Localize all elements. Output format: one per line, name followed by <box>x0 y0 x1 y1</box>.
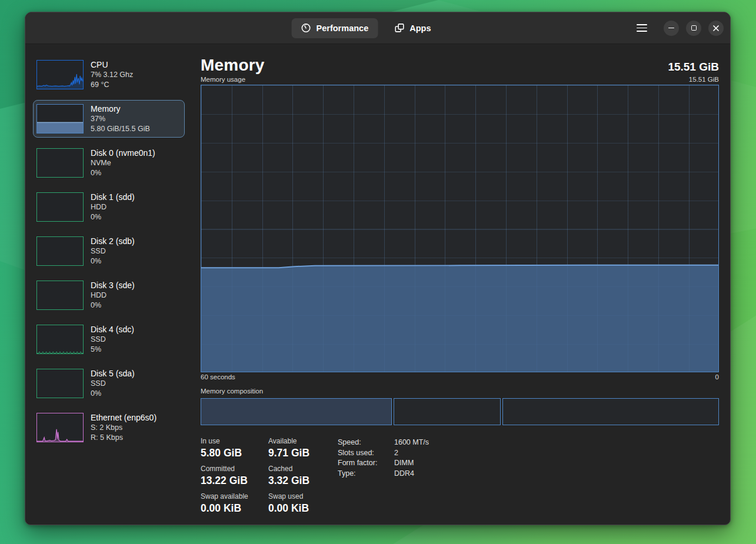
sidebar-item[interactable]: Memory 37% 5.80 GiB/15.5 GiB <box>33 100 185 138</box>
stat-value: 5.80 GiB <box>201 447 268 459</box>
sidebar-item-title: CPU <box>91 59 133 70</box>
sidebar-item-line2: SSD <box>91 379 135 389</box>
memory-usage-area <box>201 85 718 372</box>
usage-label-row: Memory usage 15.51 GiB <box>201 76 719 85</box>
view-switcher: Performance Apps <box>292 12 441 44</box>
mini-graph <box>36 281 84 310</box>
sidebar-item-line2: SSD <box>91 246 135 256</box>
apps-icon <box>394 23 404 33</box>
sidebar-item-text: CPU 7% 3.12 Ghz 69 °C <box>91 59 133 90</box>
memory-panel: Memory 15.51 GiB Memory usage 15.51 GiB … <box>201 56 719 515</box>
memory-composition-bar <box>201 398 719 425</box>
sidebar-item-line3: 0% <box>91 301 135 311</box>
sidebar-item-text: Disk 5 (sda) SSD 0% <box>91 368 135 399</box>
sidebar-item-line2: S: 2 Kbps <box>91 423 156 433</box>
sidebar-item-text: Disk 1 (sdd) HDD 0% <box>91 192 135 222</box>
mini-graph <box>36 192 84 222</box>
x-axis-left: 60 seconds <box>201 373 235 382</box>
mini-graph <box>36 413 84 442</box>
sidebar-item-line2: HDD <box>91 202 135 212</box>
sidebar-item-line2: 37% <box>91 114 150 124</box>
stat-value: 13.22 GiB <box>201 475 268 487</box>
mini-graph <box>36 236 84 266</box>
mini-graph <box>36 369 84 398</box>
titlebar[interactable]: Performance Apps <box>25 12 730 44</box>
composition-segment <box>394 398 501 425</box>
sidebar-item-text: Disk 3 (sde) HDD 0% <box>91 280 135 311</box>
sidebar-item-title: Disk 1 (sdd) <box>91 192 135 202</box>
maximize-button[interactable] <box>686 21 701 36</box>
detail-label: Slots used: <box>338 448 389 459</box>
stat-value: 0.00 KiB <box>201 502 268 515</box>
stats-grid: In use 5.80 GiB Available 9.71 GiB Commi… <box>201 437 338 515</box>
tab-apps[interactable]: Apps <box>385 18 440 38</box>
mini-graph <box>36 104 84 134</box>
sidebar-item-text: Disk 4 (sdc) SSD 5% <box>91 324 134 355</box>
sidebar-item-text: Memory 37% 5.80 GiB/15.5 GiB <box>91 104 150 134</box>
x-axis-right: 0 <box>715 373 719 382</box>
sidebar-item-line3: 0% <box>91 168 155 178</box>
sidebar-item-text: Ethernet (enp6s0) S: 2 Kbps R: 5 Kbps <box>91 412 156 443</box>
sidebar-item-line2: 7% 3.12 Ghz <box>91 70 133 80</box>
stat-label: Available <box>268 437 338 445</box>
sidebar-item-line2: SSD <box>91 335 134 345</box>
tab-label: Performance <box>317 24 369 33</box>
sidebar-item[interactable]: CPU 7% 3.12 Ghz 69 °C <box>33 56 185 94</box>
sidebar-item-title: Disk 2 (sdb) <box>91 236 135 246</box>
detail-value: DIMM <box>394 458 429 469</box>
sidebar-item-title: Disk 5 (sda) <box>91 368 135 379</box>
sidebar-item[interactable]: Ethernet (enp6s0) S: 2 Kbps R: 5 Kbps <box>33 409 185 446</box>
detail-value: 2 <box>394 448 429 459</box>
sidebar-item[interactable]: Disk 0 (nvme0n1) NVMe 0% <box>33 144 185 182</box>
stat-label: Swap available <box>201 492 268 500</box>
sidebar-item-line3: R: 5 Kbps <box>91 433 156 443</box>
sidebar-item-line3: 0% <box>91 389 135 399</box>
stat-label: Committed <box>201 465 268 473</box>
composition-segment <box>201 398 392 425</box>
maximize-icon <box>691 25 697 31</box>
sidebar-item[interactable]: Disk 1 (sdd) HDD 0% <box>33 188 185 226</box>
stat-item: Swap available 0.00 KiB <box>201 492 268 515</box>
sidebar-item-title: Disk 3 (sde) <box>91 280 135 291</box>
composition-label: Memory composition <box>201 388 719 396</box>
stat-item: Cached 3.32 GiB <box>268 465 338 487</box>
memory-usage-graph <box>201 85 719 372</box>
sidebar-item-line2: HDD <box>91 291 135 301</box>
minimize-button[interactable] <box>664 21 679 36</box>
sidebar: CPU 7% 3.12 Ghz 69 °C Memory 37% 5.80 Gi… <box>33 56 185 446</box>
stat-item: Swap used 0.00 KiB <box>268 492 338 515</box>
page-title: Memory <box>201 56 265 75</box>
sidebar-item-title: Memory <box>91 104 150 114</box>
mini-graph <box>36 325 84 354</box>
sidebar-item-title: Ethernet (enp6s0) <box>91 412 156 423</box>
sidebar-item-line3: 0% <box>91 256 135 266</box>
composition-segment <box>502 398 719 425</box>
usage-max-label: 15.51 GiB <box>689 76 719 85</box>
sidebar-item-line3: 69 °C <box>91 80 133 90</box>
detail-label: Form factor: <box>338 458 389 469</box>
gauge-icon <box>301 23 311 33</box>
stat-label: In use <box>201 437 268 445</box>
sidebar-item-title: Disk 4 (sdc) <box>91 324 134 335</box>
sidebar-item[interactable]: Disk 3 (sde) HDD 0% <box>33 276 185 314</box>
minimize-icon <box>668 28 674 29</box>
close-button[interactable] <box>708 21 724 36</box>
menu-icon[interactable] <box>637 24 647 31</box>
close-icon <box>712 25 720 32</box>
sidebar-item-text: Disk 0 (nvme0n1) NVMe 0% <box>91 148 155 178</box>
sidebar-item[interactable]: Disk 5 (sda) SSD 0% <box>33 365 185 402</box>
stat-value: 9.71 GiB <box>268 447 338 459</box>
stat-item: In use 5.80 GiB <box>201 437 268 459</box>
sidebar-item[interactable]: Disk 2 (sdb) SSD 0% <box>33 232 185 270</box>
memory-stats: In use 5.80 GiB Available 9.71 GiB Commi… <box>201 437 719 515</box>
mini-graph <box>36 60 84 89</box>
detail-value: DDR4 <box>394 469 429 479</box>
sidebar-item[interactable]: Disk 4 (sdc) SSD 5% <box>33 321 185 358</box>
stat-label: Swap used <box>268 492 338 500</box>
tab-performance[interactable]: Performance <box>292 18 378 38</box>
detail-value: 1600 MT/s <box>394 438 429 448</box>
detail-label: Speed: <box>338 438 389 448</box>
app-window: Performance Apps <box>25 12 731 525</box>
detail-label: Type: <box>338 469 389 479</box>
memory-total: 15.51 GiB <box>668 61 719 74</box>
